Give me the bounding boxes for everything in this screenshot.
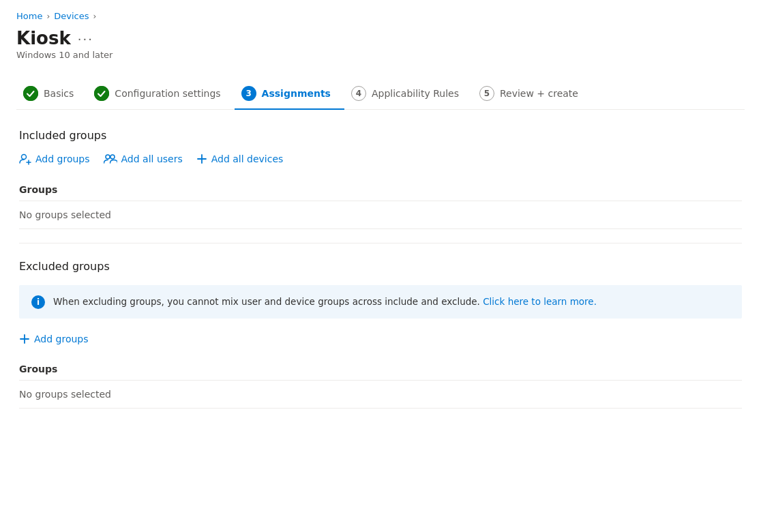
info-icon: i bbox=[31, 295, 45, 309]
tab-applicability-label: Applicability Rules bbox=[372, 88, 459, 99]
excluded-section-title: Excluded groups bbox=[19, 260, 742, 273]
breadcrumb-home[interactable]: Home bbox=[16, 11, 42, 21]
tab-assignments[interactable]: 3 Assignments bbox=[235, 79, 344, 109]
included-action-row: Add groups Add all users Add all devices bbox=[19, 153, 742, 165]
more-options-button[interactable]: ··· bbox=[78, 32, 93, 46]
svg-point-2 bbox=[22, 155, 27, 160]
info-learn-more-link[interactable]: Click here to learn more. bbox=[483, 296, 597, 307]
info-text: When excluding groups, you cannot mix us… bbox=[53, 295, 597, 308]
add-groups-label: Add groups bbox=[35, 153, 90, 164]
excluded-groups-section: Excluded groups i When excluding groups,… bbox=[19, 260, 742, 409]
tab-applicability-badge: 4 bbox=[351, 86, 366, 101]
included-section-title: Included groups bbox=[19, 129, 742, 142]
add-groups-icon bbox=[19, 153, 31, 165]
excluded-groups-header: Groups bbox=[19, 358, 742, 381]
add-all-users-label: Add all users bbox=[121, 153, 183, 164]
breadcrumb-sep-2: › bbox=[93, 12, 96, 21]
excluded-add-groups-button[interactable]: Add groups bbox=[19, 334, 89, 344]
tab-basics-label: Basics bbox=[44, 88, 74, 99]
excluded-action-row: Add groups bbox=[19, 334, 742, 344]
info-box: i When excluding groups, you cannot mix … bbox=[19, 285, 742, 319]
add-all-devices-icon bbox=[196, 153, 207, 164]
breadcrumb-sep-1: › bbox=[46, 12, 50, 21]
included-groups-header: Groups bbox=[19, 179, 742, 201]
tab-configuration-label: Configuration settings bbox=[115, 88, 220, 99]
tab-assignments-badge: 3 bbox=[241, 86, 256, 101]
svg-point-3 bbox=[106, 155, 110, 159]
svg-point-4 bbox=[110, 155, 115, 159]
included-groups-empty: No groups selected bbox=[19, 201, 742, 229]
svg-point-0 bbox=[23, 86, 38, 101]
breadcrumb-devices[interactable]: Devices bbox=[54, 11, 89, 21]
tab-basics[interactable]: Basics bbox=[16, 79, 87, 109]
page-header: Kiosk ··· Windows 10 and later bbox=[16, 28, 745, 60]
add-all-devices-label: Add all devices bbox=[211, 153, 284, 164]
tab-review-label: Review + create bbox=[500, 88, 578, 99]
page-title: Kiosk bbox=[16, 28, 71, 48]
add-all-users-icon bbox=[104, 153, 117, 165]
section-divider bbox=[19, 243, 742, 243]
tab-assignments-label: Assignments bbox=[262, 88, 331, 99]
wizard-tabs: Basics Configuration settings 3 Assignme… bbox=[16, 79, 745, 110]
add-all-devices-button[interactable]: Add all devices bbox=[196, 153, 284, 164]
tab-applicability[interactable]: 4 Applicability Rules bbox=[344, 79, 473, 109]
included-groups-section: Included groups Add groups Ad bbox=[19, 129, 742, 229]
tab-configuration-badge bbox=[94, 86, 109, 101]
page-subtitle: Windows 10 and later bbox=[16, 50, 745, 60]
excluded-add-groups-label: Add groups bbox=[34, 334, 89, 344]
info-message: When excluding groups, you cannot mix us… bbox=[53, 296, 480, 307]
excluded-groups-empty: No groups selected bbox=[19, 381, 742, 409]
tab-review[interactable]: 5 Review + create bbox=[473, 79, 592, 109]
add-groups-button[interactable]: Add groups bbox=[19, 153, 90, 165]
tab-configuration[interactable]: Configuration settings bbox=[87, 79, 234, 109]
svg-point-1 bbox=[94, 86, 109, 101]
add-all-users-button[interactable]: Add all users bbox=[104, 153, 183, 165]
main-content: Included groups Add groups Ad bbox=[16, 129, 745, 409]
tab-review-badge: 5 bbox=[479, 86, 494, 101]
breadcrumb: Home › Devices › bbox=[16, 11, 745, 21]
excluded-add-groups-icon bbox=[19, 334, 30, 344]
tab-basics-badge bbox=[23, 86, 38, 101]
